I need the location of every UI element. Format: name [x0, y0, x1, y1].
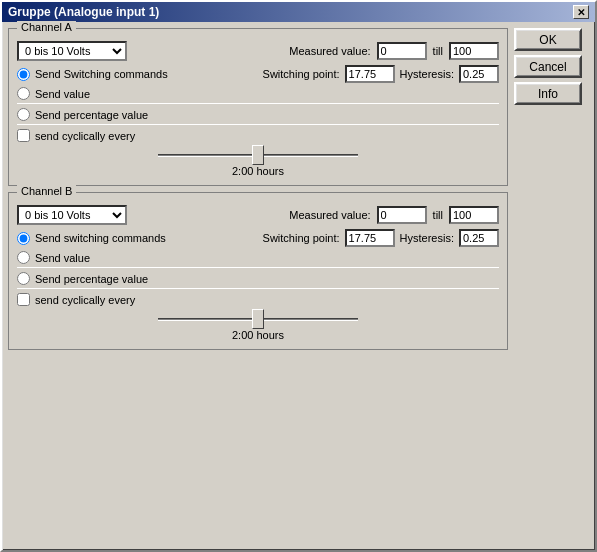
channel-b-sep1 [17, 267, 499, 268]
window-content: Channel A 0 bis 10 Volts 0 bis 5 Volts 4… [2, 22, 595, 550]
channel-a-value-radio[interactable] [17, 87, 30, 100]
channel-b-sep2 [17, 288, 499, 289]
channel-a-voltage-select[interactable]: 0 bis 10 Volts 0 bis 5 Volts 4 bis 20 mA [17, 41, 127, 61]
channel-b-legend: Channel B [17, 185, 76, 197]
channel-a-till-input[interactable] [449, 42, 499, 60]
channel-a-sendpct-row: Send percentage value [17, 108, 499, 121]
channel-b-voltage-select[interactable]: 0 bis 10 Volts 0 bis 5 Volts 4 bis 20 mA [17, 205, 127, 225]
channel-a-switching-radio[interactable] [17, 68, 30, 81]
channel-b-switching-radio[interactable] [17, 232, 30, 245]
channel-b-till-input[interactable] [449, 206, 499, 224]
sidebar: OK Cancel Info [514, 28, 589, 544]
channel-b-slider-thumb[interactable] [252, 309, 264, 329]
channel-a-hyst-input[interactable] [459, 65, 499, 83]
channel-a-sp-input[interactable] [345, 65, 395, 83]
main-area: Channel A 0 bis 10 Volts 0 bis 5 Volts 4… [8, 28, 508, 544]
channel-a-switching-label: Send Switching commands [35, 68, 168, 80]
channel-b-measured-label: Measured value: [289, 209, 370, 221]
channel-b-switching-label: Send switching commands [35, 232, 166, 244]
channel-b-hyst-input[interactable] [459, 229, 499, 247]
window-title: Gruppe (Analogue input 1) [8, 5, 159, 19]
channel-a-pct-radio[interactable] [17, 108, 30, 121]
title-bar: Gruppe (Analogue input 1) ✕ [2, 2, 595, 22]
channel-a-slider-label: 2:00 hours [232, 165, 284, 177]
channel-b-sp-label: Switching point: [263, 232, 340, 244]
channel-a-sep1 [17, 103, 499, 104]
channel-b-value-radio[interactable] [17, 251, 30, 264]
ok-button[interactable]: OK [514, 28, 582, 51]
channel-b-slider-track[interactable] [158, 310, 358, 328]
info-button[interactable]: Info [514, 82, 582, 105]
cancel-button[interactable]: Cancel [514, 55, 582, 78]
channel-b-switching-row: Send switching commands Switching point:… [17, 229, 499, 247]
channel-b-group: Channel B 0 bis 10 Volts 0 bis 5 Volts 4… [8, 192, 508, 350]
channel-b-pct-label: Send percentage value [35, 273, 148, 285]
channel-a-sendval-row: Send value [17, 87, 499, 100]
channel-a-slider-area: 2:00 hours [17, 146, 499, 177]
channel-a-measured-label: Measured value: [289, 45, 370, 57]
channel-a-till-label: till [433, 45, 443, 57]
main-window: Gruppe (Analogue input 1) ✕ Channel A 0 … [0, 0, 597, 552]
channel-b-cyclic-checkbox[interactable] [17, 293, 30, 306]
channel-a-top-row: 0 bis 10 Volts 0 bis 5 Volts 4 bis 20 mA… [17, 41, 499, 61]
channel-a-cyclic-row: send cyclically every [17, 129, 499, 142]
channel-b-value-label: Send value [35, 252, 90, 264]
title-bar-buttons: ✕ [573, 5, 589, 19]
close-button[interactable]: ✕ [573, 5, 589, 19]
channel-a-switching-row: Send Switching commands Switching point:… [17, 65, 499, 83]
channel-a-cyclic-checkbox[interactable] [17, 129, 30, 142]
channel-b-hyst-label: Hysteresis: [400, 232, 454, 244]
channel-b-cyclic-row: send cyclically every [17, 293, 499, 306]
channel-a-measured-input[interactable] [377, 42, 427, 60]
channel-b-sendpct-row: Send percentage value [17, 272, 499, 285]
channel-a-sp-label: Switching point: [263, 68, 340, 80]
channel-a-legend: Channel A [17, 21, 76, 33]
channel-b-measured-input[interactable] [377, 206, 427, 224]
channel-b-slider-area: 2:00 hours [17, 310, 499, 341]
channel-b-pct-radio[interactable] [17, 272, 30, 285]
channel-b-till-label: till [433, 209, 443, 221]
channel-a-pct-label: Send percentage value [35, 109, 148, 121]
channel-b-sp-input[interactable] [345, 229, 395, 247]
channel-b-cyclic-label: send cyclically every [35, 294, 135, 306]
channel-a-sep2 [17, 124, 499, 125]
channel-a-hyst-label: Hysteresis: [400, 68, 454, 80]
channel-a-slider-thumb[interactable] [252, 145, 264, 165]
channel-b-top-row: 0 bis 10 Volts 0 bis 5 Volts 4 bis 20 mA… [17, 205, 499, 225]
channel-b-slider-label: 2:00 hours [232, 329, 284, 341]
channel-a-value-label: Send value [35, 88, 90, 100]
channel-a-group: Channel A 0 bis 10 Volts 0 bis 5 Volts 4… [8, 28, 508, 186]
channel-a-slider-track[interactable] [158, 146, 358, 164]
channel-b-sendval-row: Send value [17, 251, 499, 264]
channel-a-cyclic-label: send cyclically every [35, 130, 135, 142]
